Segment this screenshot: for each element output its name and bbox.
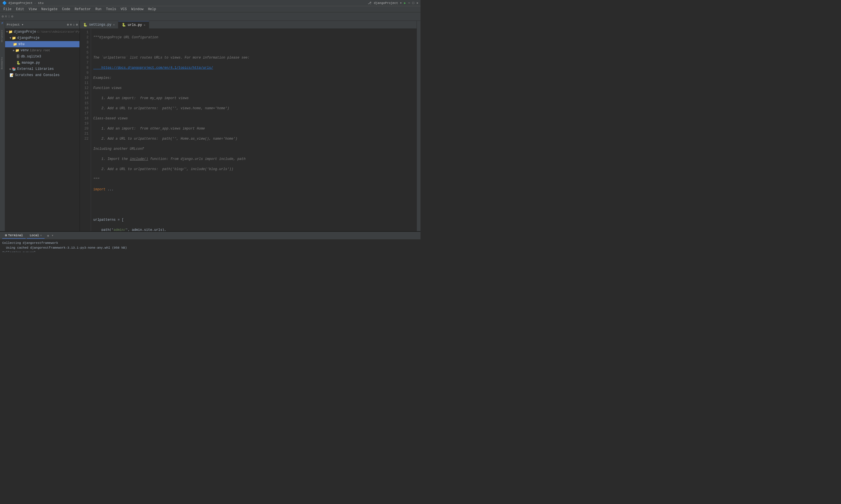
folder-icon: 📁 bbox=[8, 30, 13, 34]
terminal-content[interactable]: Collecting djangorestframework Using cac… bbox=[0, 240, 420, 252]
tree-item-venv[interactable]: ▶ 📁 venv library root bbox=[5, 47, 80, 54]
titlebar-left: 🔷 djangoProject – stu bbox=[2, 1, 44, 5]
toolbar-icon-4[interactable]: ⚙ bbox=[11, 14, 13, 19]
project-name: djangoProject bbox=[8, 1, 33, 5]
close-btn[interactable]: ✕ bbox=[416, 1, 418, 5]
tree-label-venv: venv bbox=[21, 49, 29, 52]
sidebar-title[interactable]: Project ▾ bbox=[7, 23, 23, 26]
tab-urls-close[interactable]: ✕ bbox=[144, 23, 145, 27]
tree-item-stu[interactable]: 📁 stu bbox=[5, 41, 80, 47]
tree-label-2: djangoProje bbox=[17, 36, 39, 40]
main-layout: P Structure Bookmarks Project ▾ ⚙ ≡ ↕ ⚙ … bbox=[0, 21, 420, 231]
bottom-tabs: ⊞ Terminal Local ✕ + ▾ bbox=[0, 232, 420, 240]
minimize-btn[interactable]: ─ bbox=[408, 1, 410, 5]
tab-bar: 🐍 settings.py ✕ 🐍 urls.py ✕ bbox=[80, 21, 416, 29]
title-separator: – bbox=[34, 1, 36, 5]
tab-urls-label: urls.py bbox=[128, 23, 142, 27]
line-numbers: 12345 678910 1112131415 1617181920 2122 bbox=[80, 29, 91, 231]
terminal-dropdown[interactable]: ▾ bbox=[52, 233, 54, 238]
tree-label-scratches: Scratches and Consoles bbox=[15, 73, 59, 77]
tree-label-extlibs: External Libraries bbox=[17, 67, 54, 71]
sidebar-toolbar: Project ▾ ⚙ ≡ ↕ ⚙ bbox=[5, 21, 80, 29]
menu-file[interactable]: File bbox=[1, 7, 14, 12]
project-strip-icon[interactable]: P bbox=[1, 22, 4, 26]
editor-area: 🐍 settings.py ✕ 🐍 urls.py ✕ 12345 678910… bbox=[80, 21, 416, 231]
terminal-icon: ⊞ bbox=[5, 233, 7, 237]
py-icon: 🐍 bbox=[16, 61, 21, 65]
local-tab[interactable]: Local ✕ bbox=[27, 233, 45, 239]
code-content: """djangoProje URL Configuration The `ur… bbox=[91, 29, 416, 231]
toolbar-icon-3[interactable]: ↕ bbox=[8, 15, 10, 19]
add-terminal-btn[interactable]: + bbox=[46, 233, 50, 238]
app-icon: 🔷 bbox=[2, 1, 7, 5]
tree-item-root[interactable]: ▼ 📁 djangoProje C:\Users\Administrator\P… bbox=[5, 29, 80, 35]
terminal-tab[interactable]: ⊞ Terminal bbox=[2, 233, 25, 239]
maximize-btn[interactable]: □ bbox=[412, 1, 414, 5]
tree-label-stu: stu bbox=[18, 42, 24, 46]
menu-code[interactable]: Code bbox=[60, 7, 72, 12]
menu-tools[interactable]: Tools bbox=[104, 7, 118, 12]
menu-view[interactable]: View bbox=[27, 7, 39, 12]
git-icon[interactable]: ⎇ bbox=[368, 1, 372, 5]
menu-edit[interactable]: Edit bbox=[14, 7, 27, 12]
sidebar-settings-icon[interactable]: ⚙ bbox=[67, 23, 69, 26]
right-strip bbox=[416, 21, 420, 231]
tree-label-db: db.sqlite3 bbox=[21, 55, 41, 58]
menu-run[interactable]: Run bbox=[93, 7, 104, 12]
run-button[interactable]: ▶ bbox=[404, 1, 406, 5]
menubar: File Edit View Navigate Code Refactor Ru… bbox=[0, 6, 420, 12]
menu-refactor[interactable]: Refactor bbox=[72, 7, 93, 12]
tree-item-djangoproject[interactable]: ▼ 📁 djangoProje bbox=[5, 35, 80, 41]
arrow-icon-extlibs: ▶ bbox=[10, 67, 11, 71]
sidebar-sort-icon[interactable]: ↕ bbox=[73, 23, 75, 26]
tree-label: djangoProje bbox=[14, 30, 36, 34]
toolbar-icon-2[interactable]: ≡ bbox=[5, 15, 7, 19]
tab-settings-label: settings.py bbox=[89, 23, 111, 27]
folder-icon-2: 📁 bbox=[12, 36, 16, 40]
sidebar: Project ▾ ⚙ ≡ ↕ ⚙ ▼ 📁 djangoProje C:\Use… bbox=[5, 21, 80, 231]
left-strip: P Structure Bookmarks bbox=[0, 21, 5, 231]
tree-label-manage: manage.py bbox=[22, 61, 40, 65]
tree-item-manage[interactable]: 🐍 manage.py bbox=[5, 60, 80, 66]
structure-strip-icon[interactable]: Structure bbox=[1, 28, 4, 44]
terminal-line-1: Collecting djangorestframework bbox=[2, 241, 418, 246]
menu-vcs[interactable]: VCS bbox=[118, 7, 129, 12]
tab-urls-icon: 🐍 bbox=[122, 23, 126, 27]
tab-settings-icon: 🐍 bbox=[83, 23, 87, 27]
toolbar: ⚙ ≡ ↕ ⚙ bbox=[0, 12, 420, 21]
libs-icon: 📚 bbox=[12, 67, 16, 71]
local-label: Local bbox=[30, 234, 39, 237]
terminal-line-3: Collecting pymysql bbox=[2, 250, 418, 252]
db-icon: 🗄 bbox=[16, 55, 20, 59]
library-root-badge: library root bbox=[30, 49, 50, 52]
terminal-label: Terminal bbox=[8, 234, 23, 237]
file-name: stu bbox=[38, 1, 44, 5]
arrow-icon: ▼ bbox=[6, 31, 8, 34]
bookmarks-strip-icon[interactable]: Bookmarks bbox=[1, 55, 4, 72]
tab-urls[interactable]: 🐍 urls.py ✕ bbox=[118, 21, 149, 29]
folder-icon-venv: 📁 bbox=[15, 49, 19, 53]
tree-path-hint: C:\Users\Administrator\PycharmProje bbox=[37, 31, 80, 34]
arrow-icon-venv: ▶ bbox=[13, 49, 15, 52]
toolbar-icon-1[interactable]: ⚙ bbox=[2, 14, 4, 19]
arrow-icon-2: ▼ bbox=[10, 37, 11, 40]
terminal-line-2: Using cached djangorestframework-3.13.1-… bbox=[2, 246, 418, 250]
tree-item-db[interactable]: 🗄 db.sqlite3 bbox=[5, 54, 80, 60]
sidebar-more-icon[interactable]: ⚙ bbox=[76, 23, 78, 26]
local-close[interactable]: ✕ bbox=[40, 234, 42, 237]
project-dropdown[interactable]: djangoProject ▾ bbox=[374, 1, 401, 5]
tree-item-extlibs[interactable]: ▶ 📚 External Libraries bbox=[5, 66, 80, 72]
bottom-panel: ⊞ Terminal Local ✕ + ▾ Collecting django… bbox=[0, 231, 420, 252]
tab-settings-close[interactable]: ✕ bbox=[113, 23, 115, 26]
tree-area: ▼ 📁 djangoProje C:\Users\Administrator\P… bbox=[5, 29, 80, 231]
menu-window[interactable]: Window bbox=[129, 7, 146, 12]
code-editor[interactable]: 12345 678910 1112131415 1617181920 2122 … bbox=[80, 29, 416, 231]
titlebar-right: ⎇ djangoProject ▾ ▶ ─ □ ✕ bbox=[368, 1, 418, 5]
tree-item-scratches[interactable]: 📝 Scratches and Consoles bbox=[5, 72, 80, 78]
menu-navigate[interactable]: Navigate bbox=[39, 7, 60, 12]
tab-settings[interactable]: 🐍 settings.py ✕ bbox=[80, 21, 118, 29]
menu-help[interactable]: Help bbox=[146, 7, 158, 12]
folder-icon-stu: 📁 bbox=[13, 42, 17, 47]
sidebar-collapse-icon[interactable]: ≡ bbox=[70, 23, 72, 26]
scratch-icon: 📝 bbox=[10, 73, 14, 77]
